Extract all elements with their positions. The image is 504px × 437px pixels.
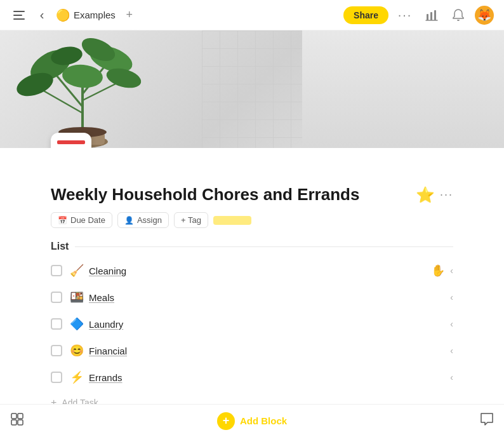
item-text-0: Cleaning bbox=[89, 266, 126, 276]
item-emoji-1: 🍱 bbox=[70, 290, 84, 304]
item-emoji-4: ⚡ bbox=[70, 370, 84, 384]
add-page-button[interactable]: + bbox=[121, 6, 138, 24]
chevron-icon-3[interactable]: ‹ bbox=[450, 346, 453, 356]
page-icon-wrapper: 17 bbox=[51, 133, 91, 148]
svg-line-11 bbox=[38, 88, 83, 113]
layout-icon[interactable] bbox=[10, 412, 24, 429]
tag-button[interactable]: + Tag bbox=[174, 212, 208, 228]
nav-left: ‹ 🟡 Examples + bbox=[10, 6, 138, 24]
hero-image: 17 bbox=[0, 30, 504, 148]
item-text-2: Laundry bbox=[89, 319, 123, 330]
chevron-icon-0[interactable]: ‹ bbox=[450, 266, 453, 276]
page-title: Weekly Household Chores and Errands bbox=[51, 185, 359, 205]
section-title: List bbox=[51, 241, 69, 252]
item-checkbox-4[interactable] bbox=[51, 372, 62, 383]
item-right-1: ‹ bbox=[450, 292, 453, 302]
comment-button[interactable] bbox=[480, 412, 494, 430]
item-text-3: Financial bbox=[89, 346, 127, 356]
svg-rect-24 bbox=[18, 420, 23, 425]
svg-rect-2 bbox=[13, 18, 25, 20]
svg-rect-23 bbox=[11, 420, 17, 425]
list-item[interactable]: 😊 Financial ‹ bbox=[51, 337, 453, 364]
due-date-button[interactable]: 📅 Due Date bbox=[51, 212, 112, 228]
drag-handle-0[interactable]: ✋ bbox=[431, 264, 445, 278]
svg-rect-3 bbox=[427, 14, 428, 20]
properties-row: 📅 Due Date 👤 Assign + Tag bbox=[51, 212, 453, 228]
page-more-button[interactable]: ··· bbox=[440, 188, 453, 201]
share-button[interactable]: Share bbox=[343, 6, 388, 24]
user-avatar[interactable]: 🦊 bbox=[475, 6, 494, 25]
assign-label: Assign bbox=[137, 215, 162, 225]
add-block-button[interactable]: + Add Block bbox=[217, 412, 287, 430]
chevron-icon-4[interactable]: ‹ bbox=[450, 372, 453, 382]
svg-rect-1 bbox=[13, 15, 22, 16]
tag-value bbox=[213, 216, 251, 225]
list-item[interactable]: 🔷 Laundry ‹ bbox=[51, 311, 453, 337]
section-divider bbox=[75, 246, 453, 247]
item-text-4: Errands bbox=[89, 372, 123, 383]
notifications-button[interactable] bbox=[448, 5, 468, 25]
chevron-icon-2[interactable]: ‹ bbox=[450, 319, 453, 329]
item-checkbox-0[interactable] bbox=[51, 265, 62, 276]
nav-right: Share ··· 🦊 bbox=[343, 5, 494, 25]
svg-rect-5 bbox=[434, 10, 436, 20]
chevron-icon-1[interactable]: ‹ bbox=[450, 292, 453, 302]
svg-rect-21 bbox=[11, 413, 17, 419]
hero-plant-svg bbox=[0, 30, 190, 148]
tag-label: + Tag bbox=[181, 215, 201, 225]
breadcrumb[interactable]: 🟡 Examples bbox=[56, 8, 116, 22]
hero-wall bbox=[302, 30, 504, 148]
title-actions: ⭐ ··· bbox=[416, 186, 453, 204]
favorite-button[interactable]: ⭐ bbox=[416, 186, 435, 204]
list-item[interactable]: 🍱 Meals ‹ bbox=[51, 284, 453, 311]
item-checkbox-2[interactable] bbox=[51, 318, 62, 330]
assign-button[interactable]: 👤 Assign bbox=[117, 212, 169, 228]
svg-rect-0 bbox=[13, 11, 25, 12]
item-emoji-3: 😊 bbox=[70, 344, 84, 358]
item-right-3: ‹ bbox=[450, 346, 453, 356]
svg-rect-4 bbox=[430, 12, 432, 20]
top-nav: ‹ 🟡 Examples + Share ··· 🦊 bbox=[0, 0, 504, 30]
list-items: 🧹 Cleaning ✋ ‹ 🍱 Meals ‹ 🔷 Laundry ‹ bbox=[51, 257, 453, 415]
more-options-button[interactable]: ··· bbox=[395, 5, 415, 25]
content-area: Weekly Household Chores and Errands ⭐ ··… bbox=[0, 185, 504, 415]
item-text-1: Meals bbox=[89, 292, 114, 303]
calendar-icon: 📅 bbox=[58, 216, 67, 225]
page-icon: 17 bbox=[51, 133, 91, 148]
breadcrumb-text: Examples bbox=[74, 10, 116, 20]
breadcrumb-emoji: 🟡 bbox=[56, 8, 70, 22]
item-emoji-2: 🔷 bbox=[70, 317, 84, 331]
person-icon: 👤 bbox=[124, 216, 134, 225]
calendar-top-bar bbox=[57, 140, 85, 144]
item-checkbox-3[interactable] bbox=[51, 345, 62, 356]
item-right-4: ‹ bbox=[450, 372, 453, 382]
svg-rect-22 bbox=[18, 413, 23, 419]
add-block-label: Add Block bbox=[240, 415, 287, 426]
bottom-bar: + Add Block bbox=[0, 404, 504, 437]
list-item[interactable]: ⚡ Errands ‹ bbox=[51, 364, 453, 391]
activity-button[interactable] bbox=[421, 5, 442, 25]
add-block-circle: + bbox=[217, 412, 235, 430]
menu-icon[interactable] bbox=[10, 6, 28, 24]
list-item[interactable]: 🧹 Cleaning ✋ ‹ bbox=[51, 257, 453, 284]
title-row: Weekly Household Chores and Errands ⭐ ··… bbox=[51, 185, 453, 205]
back-button[interactable]: ‹ bbox=[33, 6, 51, 24]
item-emoji-0: 🧹 bbox=[70, 264, 84, 278]
item-right-2: ‹ bbox=[450, 319, 453, 329]
item-checkbox-1[interactable] bbox=[51, 292, 62, 303]
section-header: List bbox=[51, 241, 453, 252]
item-right-0: ✋ ‹ bbox=[431, 264, 453, 278]
due-date-label: Due Date bbox=[70, 215, 105, 225]
